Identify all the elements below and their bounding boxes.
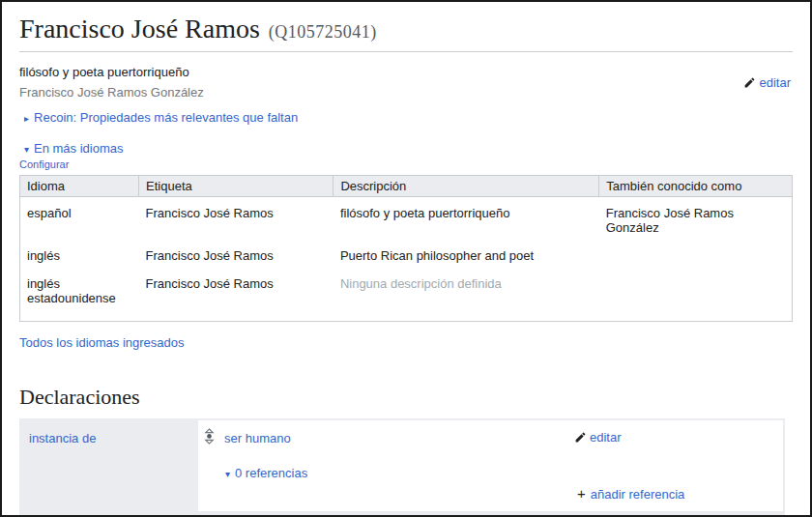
entity-id: (Q105725041) [269, 22, 377, 42]
entity-alias: Francisco José Ramos González [19, 85, 793, 100]
in-more-languages-label: En más idiomas [34, 141, 123, 156]
table-row: inglés Francisco José Ramos Puerto Rican… [20, 240, 793, 268]
cell-label: Francisco José Ramos [139, 268, 334, 322]
plus-icon: + [577, 485, 586, 502]
page-content: Francisco José Ramos(Q105725041) editar … [2, 14, 810, 517]
plus-icon: + [579, 513, 588, 517]
recoin-section: ▸Recoin: Propiedades más relevantes que … [19, 110, 793, 125]
column-header-label: Etiqueta [139, 176, 334, 197]
entity-header: editar filósofo y poeta puertorriqueño F… [19, 65, 793, 100]
property-link[interactable]: instancia de [29, 431, 96, 445]
cell-alias [599, 240, 793, 268]
cell-label: Francisco José Ramos [139, 197, 334, 241]
cell-language: inglés [20, 240, 139, 268]
column-header-alias: También conocido como [599, 176, 793, 197]
cell-description: Puerto Rican philosopher and poet [334, 240, 599, 268]
configure-link[interactable]: Configurar [19, 158, 69, 170]
statement-view: ser humano editar ▾0 referencias +añadir… [198, 420, 783, 511]
recoin-label: Recoin: Propiedades más relevantes que f… [34, 110, 298, 125]
all-languages-row: Todos los idiomas ingresados [19, 335, 793, 350]
column-header-description: Descripción [334, 176, 599, 197]
table-row: español Francisco José Ramos filósofo y … [20, 197, 793, 241]
expanded-arrow-icon: ▾ [225, 469, 230, 479]
recoin-toggle-link[interactable]: ▸Recoin: Propiedades más relevantes que … [24, 110, 298, 125]
collapsed-arrow-icon: ▸ [24, 113, 29, 124]
statement-group: instancia de ser humano editar ▾0 refere… [19, 418, 785, 517]
edit-statement-button[interactable]: editar [574, 430, 622, 445]
terms-table-header-row: Idioma Etiqueta Descripción También cono… [20, 176, 793, 197]
cell-alias [599, 268, 793, 322]
in-more-languages-section: ▾En más idiomas [19, 141, 793, 156]
pencil-icon [574, 431, 587, 444]
add-reference-button[interactable]: +añadir referencia [577, 486, 684, 502]
cell-language: español [20, 197, 139, 241]
edit-entity-button[interactable]: editar [743, 75, 791, 90]
page-title: Francisco José Ramos(Q105725041) [19, 14, 793, 52]
statement-value-link[interactable]: ser humano [224, 431, 291, 445]
expanded-arrow-icon: ▾ [24, 144, 29, 155]
references-toggle[interactable]: ▾0 referencias [225, 466, 307, 480]
rank-selector-icon[interactable] [204, 428, 215, 445]
cell-label: Francisco José Ramos [139, 240, 334, 268]
column-header-language: Idioma [20, 176, 139, 197]
table-row: inglés estadounidense Francisco José Ram… [20, 268, 793, 322]
cell-description: filósofo y poeta puertorriqueño [334, 197, 599, 241]
entity-label: Francisco José Ramos [19, 14, 260, 43]
terms-table: Idioma Etiqueta Descripción También cono… [19, 175, 793, 322]
pencil-icon [743, 76, 756, 89]
all-languages-link[interactable]: Todos los idiomas ingresados [19, 335, 185, 350]
edit-entity-label: editar [759, 75, 791, 90]
entity-description: filósofo y poeta puertorriqueño [19, 65, 793, 79]
cell-language: inglés estadounidense [20, 268, 139, 322]
configure-row: Configurar [19, 158, 793, 170]
references-count-label: 0 referencias [235, 466, 307, 480]
add-reference-label: añadir referencia [591, 487, 685, 502]
statements-heading: Declaraciones [19, 385, 793, 410]
cell-description-empty: Ninguna descripción definida [334, 268, 599, 322]
cell-alias: Francisco José Ramos González [599, 197, 793, 241]
edit-statement-label: editar [590, 430, 622, 445]
in-more-languages-toggle[interactable]: ▾En más idiomas [24, 141, 124, 156]
